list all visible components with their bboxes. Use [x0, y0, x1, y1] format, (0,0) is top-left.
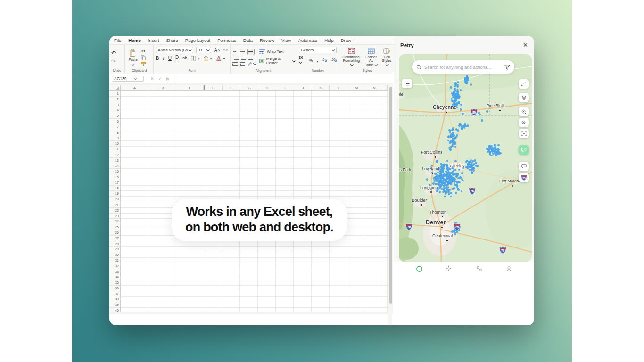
- row-header-35[interactable]: 35: [109, 280, 120, 286]
- decrease-decimal-button[interactable]: .00: [331, 56, 337, 64]
- row-header-31[interactable]: 31: [109, 258, 120, 263]
- increase-decimal-button[interactable]: .0: [322, 56, 327, 64]
- align-bottom-button[interactable]: [247, 49, 255, 55]
- row-header-32[interactable]: 32: [109, 263, 120, 269]
- align-right-button[interactable]: [248, 57, 253, 60]
- map[interactable]: mieCheyennePine BluffsFort Collinsles Pa…: [399, 54, 532, 262]
- nav-profile-button[interactable]: [505, 265, 512, 274]
- row-header-39[interactable]: 39: [109, 302, 120, 308]
- align-top-button[interactable]: [233, 50, 238, 54]
- row-header-25[interactable]: 25: [109, 224, 120, 230]
- align-left-button[interactable]: [234, 57, 239, 60]
- row-header-7[interactable]: 7: [109, 124, 120, 130]
- row-header-21[interactable]: 21: [109, 202, 120, 208]
- decrease-font-button[interactable]: A˅: [223, 48, 228, 52]
- close-panel-button[interactable]: ✕: [523, 41, 528, 49]
- font-color-button[interactable]: A: [216, 55, 225, 61]
- row-header-37[interactable]: 37: [109, 291, 120, 297]
- insert-function-button[interactable]: fx: [166, 76, 169, 81]
- row-header-34[interactable]: 34: [109, 274, 120, 280]
- row-header-19[interactable]: 19: [109, 191, 120, 197]
- row-header-10[interactable]: 10: [109, 141, 120, 147]
- row-header-11[interactable]: 11: [109, 147, 120, 152]
- column-header-c[interactable]: C: [177, 85, 204, 90]
- menu-tab-share[interactable]: Share: [166, 38, 178, 43]
- menu-tab-formulas[interactable]: Formulas: [217, 38, 236, 43]
- row-header-8[interactable]: 8: [109, 130, 120, 136]
- row-header-1[interactable]: 1: [109, 91, 120, 97]
- menu-tab-data[interactable]: Data: [243, 38, 253, 43]
- expand-map-button[interactable]: [519, 79, 529, 89]
- row-header-15[interactable]: 15: [109, 169, 120, 174]
- column-header-i[interactable]: I: [276, 85, 294, 90]
- conditional-formatting-button[interactable]: ConditionalFormatting: [341, 48, 362, 67]
- column-header-h[interactable]: H: [258, 85, 276, 90]
- row-header-6[interactable]: 6: [109, 119, 120, 124]
- row-header-4[interactable]: 4: [109, 107, 120, 113]
- row-header-13[interactable]: 13: [109, 158, 120, 164]
- row-header-3[interactable]: 3: [109, 102, 120, 108]
- row-header-18[interactable]: 18: [109, 186, 120, 191]
- undo-button[interactable]: ↶: [111, 50, 116, 56]
- select-all-corner[interactable]: [109, 85, 121, 90]
- copy-button[interactable]: [141, 55, 146, 60]
- recenter-button[interactable]: [519, 129, 529, 138]
- map-search-input[interactable]: [424, 65, 504, 70]
- confirm-entry-button[interactable]: ✓: [158, 76, 162, 81]
- row-header-5[interactable]: 5: [109, 113, 120, 119]
- redo-button[interactable]: ↷: [111, 58, 116, 65]
- row-header-33[interactable]: 33: [109, 269, 120, 275]
- comments-map-button[interactable]: [519, 162, 529, 171]
- align-center-button[interactable]: [241, 57, 246, 60]
- percent-format-button[interactable]: %: [309, 58, 313, 63]
- zoom-in-button[interactable]: [519, 107, 529, 116]
- menu-tab-help[interactable]: Help: [324, 38, 334, 43]
- menu-tab-automate[interactable]: Automate: [298, 38, 317, 43]
- row-header-28[interactable]: 28: [109, 241, 120, 247]
- column-header-f[interactable]: F: [223, 85, 240, 90]
- column-header-m[interactable]: M: [347, 85, 365, 90]
- orientation-button[interactable]: [248, 62, 256, 66]
- increase-indent-button[interactable]: [240, 62, 245, 66]
- vertical-scrollbar-thumb[interactable]: [389, 87, 392, 304]
- nav-connections-button[interactable]: [476, 265, 483, 274]
- cut-button[interactable]: ✂: [141, 49, 145, 54]
- paste-button[interactable]: Paste: [127, 49, 139, 66]
- menu-tab-review[interactable]: Review: [260, 38, 274, 43]
- double-underline-button[interactable]: D: [175, 55, 179, 61]
- column-header-n[interactable]: N: [365, 85, 383, 90]
- underline-button[interactable]: U: [168, 56, 172, 61]
- menu-tab-home[interactable]: Home: [128, 38, 140, 43]
- font-name-select[interactable]: Aptos Narrow (Bo...: [156, 47, 193, 53]
- row-header-40[interactable]: 40: [109, 308, 120, 312]
- column-header-e[interactable]: E: [205, 85, 223, 90]
- increase-font-button[interactable]: A˄: [214, 48, 220, 53]
- align-middle-button[interactable]: [240, 50, 245, 54]
- row-header-9[interactable]: 9: [109, 135, 120, 141]
- italic-button[interactable]: I: [163, 56, 164, 61]
- column-header-l[interactable]: L: [330, 85, 347, 90]
- row-header-14[interactable]: 14: [109, 163, 120, 169]
- zoom-out-button[interactable]: [519, 118, 529, 127]
- row-header-29[interactable]: 29: [109, 247, 120, 252]
- menu-tab-draw[interactable]: Draw: [341, 38, 351, 43]
- row-header-30[interactable]: 30: [109, 252, 120, 258]
- row-header-23[interactable]: 23: [109, 214, 120, 219]
- row-header-2[interactable]: 2: [109, 97, 120, 102]
- menu-tab-view[interactable]: View: [281, 38, 291, 43]
- bold-button[interactable]: B: [156, 56, 159, 61]
- row-header-27[interactable]: 27: [109, 236, 120, 241]
- number-format-select[interactable]: General: [299, 47, 337, 53]
- row-header-20[interactable]: 20: [109, 197, 120, 202]
- wrap-text-button[interactable]: Wrap Text: [259, 49, 284, 54]
- vertical-scrollbar[interactable]: [388, 85, 392, 325]
- nav-ai-sparkle-button[interactable]: [446, 265, 453, 274]
- layers-button[interactable]: [519, 93, 529, 102]
- column-header-b[interactable]: B: [149, 85, 177, 90]
- menu-tab-file[interactable]: File: [114, 38, 121, 43]
- routes-button[interactable]: 25: [519, 173, 529, 182]
- map-search-bar[interactable]: [412, 60, 514, 74]
- row-header-16[interactable]: 16: [109, 174, 120, 180]
- row-header-26[interactable]: 26: [109, 230, 120, 236]
- fill-color-button[interactable]: [203, 55, 212, 61]
